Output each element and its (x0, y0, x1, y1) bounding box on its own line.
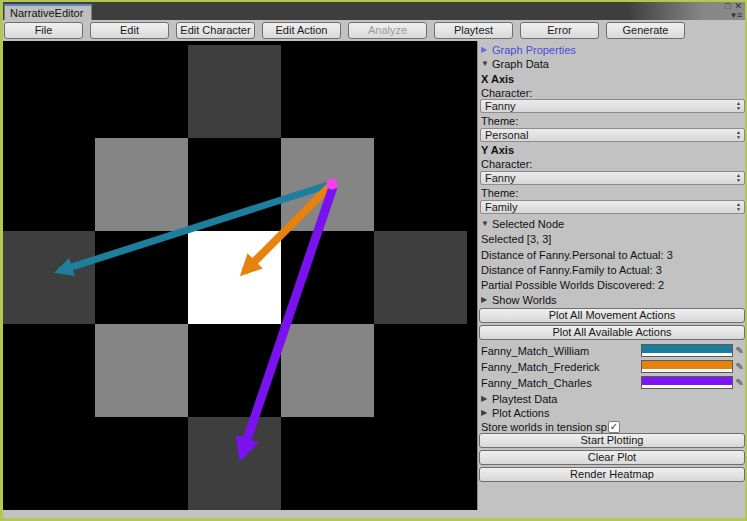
clear-plot-button[interactable]: Clear Plot (479, 450, 745, 465)
y-character-dropdown[interactable]: Fanny ▲▼ (480, 171, 745, 185)
x-axis-header: X Axis (481, 72, 744, 85)
tension-checkbox[interactable]: ✓ (608, 421, 620, 433)
distance-family-text: Distance of Fanny.Family to Actual: 3 (481, 263, 744, 276)
maximize-icon[interactable]: □ (725, 2, 730, 11)
color-field-label: Fanny_Match_William (481, 345, 641, 357)
x-theme-value: Personal (485, 129, 528, 141)
popup-arrows-icon: ▲▼ (736, 202, 741, 212)
origin-node-dot (327, 179, 338, 190)
toolbar: File Edit Edit Character Edit Action Ana… (0, 20, 747, 41)
graph-data-foldout[interactable]: ▼ Graph Data (481, 57, 744, 70)
generate-button[interactable]: Generate (606, 22, 685, 39)
inspector-panel: ▶ Graph Properties ▼ Graph Data X Axis C… (478, 41, 747, 510)
eyedropper-icon[interactable]: ✎ (736, 361, 744, 372)
color-field-william: Fanny_Match_William ✎ (481, 344, 744, 357)
narrative-editor-window: NarrativeEditor □ ✕ ▾ ≡ File Edit Edit C… (0, 0, 747, 521)
popup-arrows-icon: ▲▼ (736, 130, 741, 140)
plot-all-movement-actions-button[interactable]: Plot All Movement Actions (479, 308, 745, 323)
partial-worlds-text: Partial Possible Worlds Discovered: 2 (481, 278, 744, 291)
file-button[interactable]: File (4, 22, 83, 39)
title-bar: NarrativeEditor □ ✕ ▾ ≡ (0, 1, 747, 20)
analyze-button: Analyze (348, 22, 427, 39)
color-field-label: Fanny_Match_Charles (481, 377, 641, 389)
foldout-expanded-icon: ▼ (481, 219, 492, 228)
y-character-value: Fanny (485, 172, 516, 184)
window-border-left (0, 0, 3, 521)
edit-button[interactable]: Edit (90, 22, 169, 39)
playtest-button[interactable]: Playtest (434, 22, 513, 39)
selected-node-foldout[interactable]: ▼ Selected Node (481, 217, 744, 230)
window-border-top (0, 0, 747, 2)
x-character-value: Fanny (485, 100, 516, 112)
edit-action-button[interactable]: Edit Action (262, 22, 341, 39)
tab-title: NarrativeEditor (10, 7, 83, 19)
tension-checkbox-label: Store worlds in tension sp (481, 421, 607, 433)
color-field-label: Fanny_Match_Frederick (481, 361, 641, 373)
action-arrows-layer (0, 41, 478, 510)
edit-character-button[interactable]: Edit Character (176, 22, 255, 39)
color-field-charles: Fanny_Match_Charles ✎ (481, 376, 744, 389)
y-theme-value: Family (485, 201, 517, 213)
popup-arrows-icon: ▲▼ (736, 101, 741, 111)
foldout-collapsed-icon: ▶ (481, 394, 492, 403)
x-character-dropdown[interactable]: Fanny ▲▼ (480, 99, 745, 113)
show-worlds-label: Show Worlds (492, 294, 557, 306)
color-swatch-charles[interactable] (641, 376, 733, 389)
plot-all-available-actions-button[interactable]: Plot All Available Actions (479, 325, 745, 340)
show-worlds-foldout[interactable]: ▶ Show Worlds (481, 293, 744, 306)
x-theme-label: Theme: (481, 114, 744, 127)
x-theme-dropdown[interactable]: Personal ▲▼ (480, 128, 745, 142)
color-swatch-frederick[interactable] (641, 360, 733, 373)
playtest-data-label: Playtest Data (492, 393, 557, 405)
plot-actions-label: Plot Actions (492, 407, 549, 419)
graph-data-label: Graph Data (492, 58, 549, 70)
foldout-collapsed-icon: ▶ (481, 45, 492, 54)
selected-node-label: Selected Node (492, 218, 564, 230)
x-character-label: Character: (481, 86, 744, 99)
start-plotting-button[interactable]: Start Plotting (479, 433, 745, 448)
tab-narrative-editor[interactable]: NarrativeEditor (4, 4, 92, 20)
render-heatmap-button[interactable]: Render Heatmap (479, 467, 745, 482)
graph-viewport[interactable] (0, 41, 478, 510)
popup-arrows-icon: ▲▼ (736, 173, 741, 183)
window-menu-icon[interactable]: ≡ (737, 11, 742, 20)
tension-checkbox-row: Store worlds in tension sp ✓ (481, 420, 744, 433)
color-field-frederick: Fanny_Match_Frederick ✎ (481, 360, 744, 373)
bottom-strip (0, 510, 747, 518)
distance-personal-text: Distance of Fanny.Personal to Actual: 3 (481, 248, 744, 261)
y-theme-label: Theme: (481, 186, 744, 199)
color-swatch-william[interactable] (641, 344, 733, 357)
foldout-collapsed-icon: ▶ (481, 408, 492, 417)
error-button[interactable]: Error (520, 22, 599, 39)
foldout-expanded-icon: ▼ (481, 59, 492, 68)
graph-properties-foldout[interactable]: ▶ Graph Properties (481, 43, 744, 56)
check-icon: ✓ (610, 421, 618, 432)
window-controls: □ ✕ ▾ ≡ (725, 2, 742, 20)
window-menu-caret-icon[interactable]: ▾ (731, 11, 736, 20)
eyedropper-icon[interactable]: ✎ (736, 345, 744, 356)
y-theme-dropdown[interactable]: Family ▲▼ (480, 200, 745, 214)
y-character-label: Character: (481, 157, 744, 170)
eyedropper-icon[interactable]: ✎ (736, 377, 744, 388)
foldout-collapsed-icon: ▶ (481, 295, 492, 304)
y-axis-header: Y Axis (481, 143, 744, 156)
plot-actions-foldout[interactable]: ▶ Plot Actions (481, 406, 744, 419)
playtest-data-foldout[interactable]: ▶ Playtest Data (481, 392, 744, 405)
selected-coords-text: Selected [3, 3] (481, 232, 744, 245)
graph-properties-label: Graph Properties (492, 44, 576, 56)
